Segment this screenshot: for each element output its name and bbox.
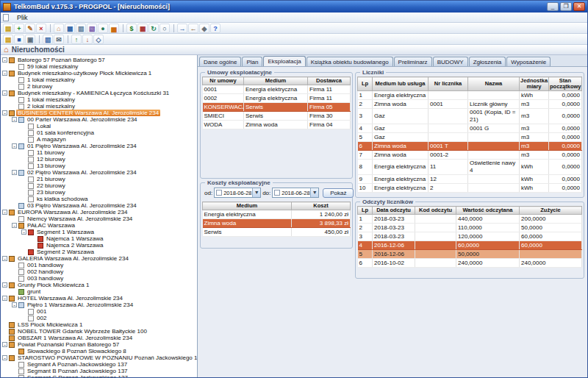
buildings-icon[interactable]: ⌂ <box>54 24 64 33</box>
pokaz-button[interactable]: Pokaż <box>323 188 354 198</box>
tree-item[interactable]: 1 lokal mieszkalny <box>1 76 197 83</box>
table-row[interactable]: SMIECISerwisFirma 30 <box>203 112 351 121</box>
table-row[interactable]: 4Gaz0001 Gm30,0000 <box>358 124 582 133</box>
tree-item[interactable]: Najemca 2 Warszawa <box>1 242 197 249</box>
tree-item[interactable]: 13 biurowy <box>1 163 197 169</box>
tree-item[interactable]: 002 <box>1 315 197 321</box>
table-row[interactable]: 2Zimna woda0001Licznik głównym30,0000 <box>358 100 582 109</box>
tree-expander-icon[interactable]: - <box>12 143 17 149</box>
table-row[interactable]: WODAZimna wodaFirma 04 <box>203 121 351 129</box>
chart-icon[interactable]: ▅ <box>109 24 119 33</box>
column-header-nr-umowy[interactable]: Nr umowy <box>203 77 244 85</box>
table-row[interactable]: 10Energia elektryczna2kWh0,0000 <box>358 184 582 193</box>
column-header-dostawca[interactable]: Dostawca <box>308 77 351 85</box>
table-row[interactable]: Serwis450,00 zł <box>203 228 351 237</box>
tree-item[interactable]: LSS Płock Mickiewicza 1 <box>1 321 197 328</box>
table-row[interactable]: 12018-03-23440,0000200,0000 <box>358 215 582 224</box>
column-header-medium[interactable]: Medium <box>244 77 308 85</box>
table-row[interactable]: Zimna woda3 898,33 zł <box>203 219 351 228</box>
tab-eksploatacja[interactable]: Eksploatacja <box>263 56 305 66</box>
tree-item[interactable]: Najemca 1 Warszawa <box>1 235 197 242</box>
close-button[interactable]: ✕ <box>573 2 585 11</box>
tree-item[interactable]: -EUROPA Warszawa Al. Jerozolimskie 234 <box>1 209 197 215</box>
do-date-checkbox[interactable] <box>274 190 280 196</box>
tree-item[interactable]: Lokal <box>1 123 197 129</box>
column-header-lp[interactable]: Lp <box>358 77 373 91</box>
mail-icon[interactable]: ✉ <box>54 35 64 44</box>
tree-expander-icon[interactable]: - <box>2 57 7 63</box>
column-header-nazwa[interactable]: Nazwa <box>468 77 520 91</box>
add-icon[interactable]: + <box>14 24 24 33</box>
tree-expander-icon[interactable]: - <box>12 117 17 122</box>
print-icon[interactable]: ▣ <box>25 35 35 44</box>
tab-budowy[interactable]: BUDOWY <box>433 57 468 66</box>
folder-open-icon[interactable]: ▤ <box>3 35 13 44</box>
column-header-jednostka-miary[interactable]: Jednostka miary <box>520 77 549 91</box>
table-row[interactable]: Energia elektryczna1 240,00 zł <box>203 210 351 219</box>
tab-plan[interactable]: Plan <box>242 57 262 66</box>
move-down-icon[interactable]: ↓ <box>82 35 93 44</box>
tab-zgłoszenia[interactable]: Zgłoszenia <box>469 57 506 66</box>
tab-dane-ogólne[interactable]: Dane ogólne <box>199 57 241 66</box>
move-up-icon[interactable]: ↑ <box>71 35 82 44</box>
tree-item[interactable]: -02 Piętro Warszawa Al. Jerozolimskie 23… <box>1 169 197 176</box>
tree-item[interactable]: 11 biurowy <box>1 149 197 156</box>
tree-expander-icon[interactable]: - <box>2 355 7 360</box>
refresh-icon[interactable]: ↻ <box>148 24 159 33</box>
tree-item[interactable]: 2 biurowy <box>1 83 197 90</box>
tree-item[interactable]: -Grunty Płock Mickiewicza 1 <box>1 282 197 288</box>
tab-wyposażenie[interactable]: Wyposażenie <box>506 57 551 66</box>
column-header-medium[interactable]: Medium <box>203 202 292 210</box>
tree-expander-icon[interactable]: - <box>12 302 17 307</box>
tree-item[interactable]: 001 handlowy <box>1 262 197 268</box>
od-date-checkbox[interactable] <box>216 190 222 196</box>
column-header-kod-odczytu[interactable]: Kod odczytu <box>415 207 456 215</box>
chevron-down-icon[interactable]: ▼ <box>310 188 318 197</box>
documents-icon[interactable]: ▥ <box>76 24 86 33</box>
column-header-wartość-odczytana[interactable]: Wartość odczytana <box>456 207 520 215</box>
copy-icon[interactable]: ▥ <box>43 35 53 44</box>
table-row[interactable]: 0002Energia elektrycznaFirma 11 <box>203 94 351 103</box>
tree-item[interactable]: Segmant A Poznań-Jackowskiego 137 <box>1 361 197 368</box>
tree-item[interactable]: -BUSINESS CENTER Warszawa Al. Jerozolims… <box>1 110 197 116</box>
od-date-input[interactable]: 2018-06-28 ▼ <box>214 188 261 198</box>
tree-expander-icon[interactable]: - <box>2 342 7 347</box>
help-icon[interactable]: ? <box>210 24 220 33</box>
tree-item[interactable]: Segment 2 Warszawa <box>1 249 197 255</box>
tree-expander-icon[interactable]: - <box>2 256 7 261</box>
column-header-zużycie[interactable]: Zużycie <box>520 207 582 215</box>
table-row[interactable]: 42016-12-0660,000060,0000 <box>358 241 582 250</box>
tree-item[interactable]: Segmant B Poznań Jackowskiego 137 <box>1 368 197 374</box>
tab-książka-obiektu-budowlanego[interactable]: Książka obiektu budowlanego <box>306 57 393 66</box>
tree-item[interactable]: -00 Parter Warszawa Al. Jerozolimskie 23… <box>1 116 197 123</box>
table-row[interactable]: 62016-10-02240,0000240,0000 <box>358 259 582 268</box>
table-row[interactable]: KONSERWACJASerwisFirma 05 <box>203 103 351 112</box>
tree-expander-icon[interactable]: - <box>2 296 7 301</box>
tree-item[interactable]: -Piętro 1 Warszawa Al. Jerozolimskie 234 <box>1 302 197 308</box>
tree-item[interactable]: 003 handlowy <box>1 275 197 282</box>
tree-expander-icon[interactable]: - <box>2 71 7 76</box>
tree-expander-icon[interactable]: - <box>12 223 17 228</box>
tree-item[interactable]: Słowackiego 8 Poznań Słowackiego 8 <box>1 348 197 354</box>
tree-item[interactable]: -Segment 1 Warszawa <box>1 229 197 235</box>
tree-item[interactable]: 1 lokal mieszkalny <box>1 96 197 103</box>
tree-item[interactable]: 59 lokal mieszkalny <box>1 63 197 70</box>
tree-item[interactable]: 21 biurowy <box>1 176 197 182</box>
tree-expander-icon[interactable]: - <box>2 282 7 288</box>
chevron-down-icon[interactable]: ▼ <box>252 188 260 197</box>
tree-item[interactable]: 01 sala konferencyjna <box>1 129 197 136</box>
tree-item[interactable]: 23 biurowy <box>1 189 197 196</box>
tree-item[interactable]: NOBEL TOWER Gdańsk Wybrzeże Bałtyckie 10… <box>1 328 197 335</box>
tree-item[interactable]: -Budynek mieszkalno-użytkowy Płock Micki… <box>1 70 197 76</box>
tree-expander-icon[interactable]: - <box>21 229 26 235</box>
tree-item[interactable]: OBSZAR 1 Warszawa Al. Jerozolimskie 234 <box>1 335 197 341</box>
tree-item[interactable]: -Budynek mieszkalny - KAMIENICA Łęczyca … <box>1 90 197 96</box>
save-icon[interactable]: ■ <box>14 35 24 44</box>
new-item-icon[interactable]: ▤ <box>3 24 13 33</box>
tree-expander-icon[interactable]: - <box>2 90 7 96</box>
menu-plik[interactable]: Plik <box>12 14 32 21</box>
edit-icon[interactable]: ✎ <box>25 24 35 33</box>
column-header-koszt[interactable]: Koszt <box>292 202 351 210</box>
maximize-button[interactable]: ❐ <box>560 2 572 11</box>
column-header-medium-lub-usługa[interactable]: Medium lub usługa <box>373 77 429 91</box>
